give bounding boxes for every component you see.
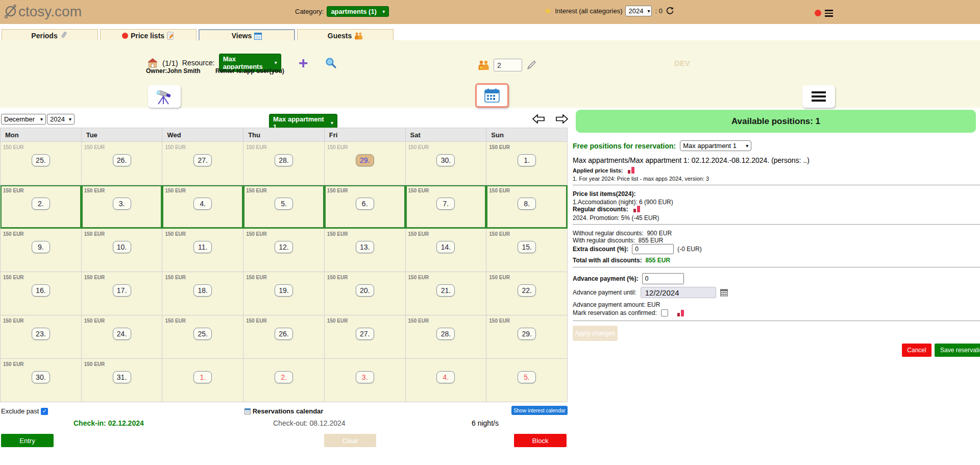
date-button[interactable]: 31.	[113, 371, 131, 383]
date-button[interactable]: 29.	[518, 328, 536, 340]
date-button[interactable]: 30.	[436, 154, 455, 166]
save-reservation-button[interactable]: Save reservation	[935, 344, 980, 357]
date-button[interactable]: 28.	[275, 154, 293, 166]
date-button[interactable]: 5.	[518, 371, 536, 383]
date-button[interactable]: 8.	[518, 198, 536, 210]
date-button[interactable]: 22.	[518, 284, 536, 297]
calendar-cell[interactable]: 150 EUR28.	[243, 142, 325, 185]
advance-payment-input[interactable]	[642, 273, 684, 284]
prev-month-arrow-icon[interactable]	[532, 114, 545, 124]
date-button[interactable]: 16.	[32, 284, 50, 297]
calendar-cell[interactable]: 150 EUR19.	[243, 272, 325, 315]
date-button[interactable]: 6.	[356, 198, 374, 210]
calendar-cell[interactable]: 150 EUR5.	[243, 185, 325, 229]
date-button[interactable]: 23.	[32, 328, 50, 340]
calendar-cell[interactable]: 150 EUR27.	[325, 315, 406, 359]
calendar-cell[interactable]: 150 EUR4.	[162, 185, 243, 229]
date-button-today[interactable]: 29.	[356, 154, 374, 166]
month-select[interactable]: December▾	[1, 114, 46, 125]
calendar-cell[interactable]: 150 EUR16.	[1, 272, 82, 315]
telescope-view-button[interactable]	[148, 85, 181, 108]
date-button[interactable]: 4.	[436, 371, 455, 383]
calendar-cell[interactable]: 150 EUR6.	[325, 185, 406, 229]
calendar-cell[interactable]: 150 EUR29.	[325, 142, 406, 185]
block-button[interactable]: Block	[514, 434, 567, 447]
calendar-cell[interactable]: 150 EUR30.	[1, 359, 82, 402]
date-button[interactable]: 27.	[356, 328, 374, 340]
calendar-cell[interactable]: 150 EUR31.	[82, 359, 163, 402]
calendar-cell[interactable]: 150 EUR3.	[82, 185, 163, 229]
calendar-cell[interactable]: 150 EUR20.	[325, 272, 406, 315]
advance-until-date-input[interactable]	[641, 287, 716, 298]
calendar-cell[interactable]: 150 EUR8.	[486, 185, 568, 229]
date-button[interactable]: 25.	[193, 328, 212, 340]
calendar-cell[interactable]: 150 EUR24.	[82, 315, 163, 359]
clear-button[interactable]: Clear	[324, 434, 376, 447]
date-button[interactable]: 1.	[193, 371, 212, 383]
calendar-cell[interactable]: 150 EUR10.	[82, 229, 163, 272]
date-button[interactable]: 26.	[275, 328, 293, 340]
year-select[interactable]: 2024▾	[47, 114, 75, 125]
calendar-view-button[interactable]	[475, 83, 509, 108]
next-month-arrow-icon[interactable]	[556, 114, 568, 124]
list-view-button[interactable]	[802, 85, 835, 108]
calendar-cell[interactable]: 150 EUR9.	[1, 229, 82, 272]
date-button[interactable]: 26.	[113, 154, 131, 166]
refresh-icon[interactable]	[666, 7, 674, 15]
persons-input[interactable]	[494, 59, 522, 71]
date-button[interactable]: 11.	[193, 241, 212, 253]
calendar-cell[interactable]: 150 EUR12.	[243, 229, 325, 272]
date-button[interactable]: 7.	[436, 198, 455, 210]
price-tags-icon[interactable]	[628, 167, 634, 174]
calendar-cell[interactable]: 150 EUR18.	[162, 272, 243, 315]
calendar-cell[interactable]: 150 EUR25.	[162, 315, 243, 359]
calendar-cell[interactable]: 150 EUR29.	[486, 315, 568, 359]
extra-discount-input[interactable]	[632, 244, 674, 254]
date-button[interactable]: 3.	[356, 371, 374, 383]
calendar-cell[interactable]: 150 EUR25.	[1, 142, 82, 185]
calendar-cell[interactable]: 1.	[162, 359, 243, 402]
date-button[interactable]: 15.	[518, 241, 536, 253]
interest-year-select[interactable]: 2024▾	[625, 6, 652, 16]
calendar-cell[interactable]: 150 EUR13.	[325, 229, 406, 272]
add-resource-button[interactable]: +	[299, 58, 308, 68]
date-button[interactable]: 30.	[32, 371, 50, 383]
category-select[interactable]: apartments (1)▾	[327, 6, 389, 17]
date-button[interactable]: 12.	[275, 241, 293, 253]
search-icon[interactable]	[325, 57, 336, 68]
calendar-cell[interactable]: 2.	[243, 359, 325, 402]
date-button[interactable]: 20.	[356, 284, 374, 297]
calendar-cell[interactable]: 150 EUR2.	[1, 185, 82, 229]
calendar-cell[interactable]: 150 EUR27.	[162, 142, 243, 185]
date-button[interactable]: 2.	[32, 198, 50, 210]
date-button[interactable]: 14.	[436, 241, 455, 253]
date-button[interactable]: 1.	[518, 154, 536, 166]
free-position-select[interactable]: Max appartment 1▾	[680, 140, 751, 151]
calendar-cell[interactable]: 150 EUR15.	[486, 229, 568, 272]
apply-changes-button[interactable]: Apply changes	[573, 326, 618, 341]
calendar-cell[interactable]: 150 EUR1.	[486, 142, 568, 185]
date-button[interactable]: 4.	[193, 198, 212, 210]
menu-icon[interactable]	[825, 8, 833, 18]
calendar-cell[interactable]: 5.	[486, 359, 568, 402]
date-button[interactable]: 25.	[32, 154, 50, 166]
datepicker-icon[interactable]	[720, 289, 728, 297]
cancel-button[interactable]: Cancel	[902, 344, 932, 357]
date-button[interactable]: 3.	[113, 198, 131, 210]
calendar-cell[interactable]: 150 EUR26.	[82, 142, 163, 185]
entry-button[interactable]: Entry	[1, 434, 54, 447]
calendar-cell[interactable]: 150 EUR22.	[486, 272, 568, 315]
calendar-cell[interactable]: 150 EUR26.	[243, 315, 325, 359]
price-tags-icon[interactable]	[633, 206, 640, 212]
date-button[interactable]: 13.	[356, 241, 374, 253]
confirmed-checkbox[interactable]	[661, 309, 668, 316]
edit-pencil-icon[interactable]	[526, 60, 536, 70]
date-button[interactable]: 24.	[113, 328, 131, 340]
calendar-cell[interactable]: 150 EUR14.	[406, 229, 487, 272]
calendar-cell[interactable]: 150 EUR28.	[406, 315, 487, 359]
calendar-cell[interactable]: 3.	[325, 359, 406, 402]
date-button[interactable]: 19.	[275, 284, 293, 297]
calendar-cell[interactable]: 150 EUR21.	[406, 272, 487, 315]
calendar-cell[interactable]: 150 EUR7.	[406, 185, 487, 229]
date-button[interactable]: 21.	[436, 284, 455, 297]
